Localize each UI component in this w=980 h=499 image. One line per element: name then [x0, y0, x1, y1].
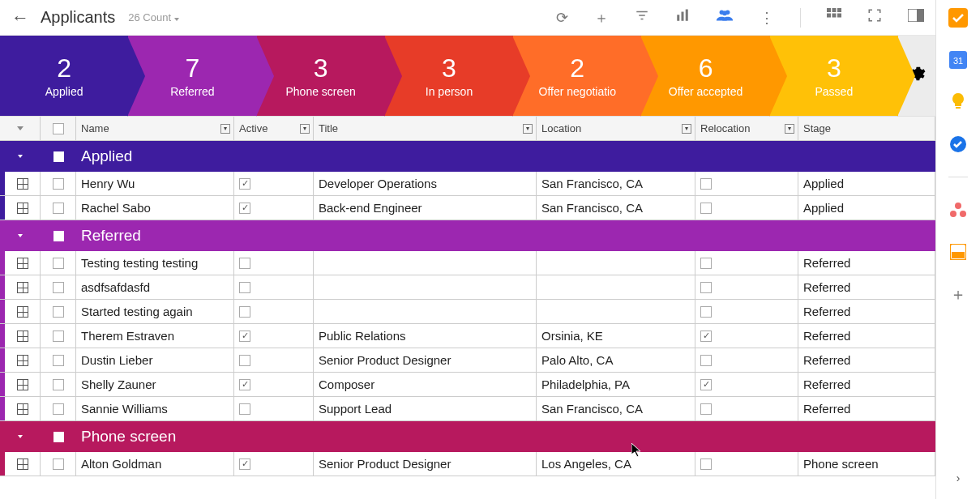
table-row[interactable]: Testing testing testing Referred [0, 251, 935, 275]
row-checkbox[interactable] [53, 355, 64, 366]
cell-active[interactable] [234, 397, 314, 420]
cell-name[interactable]: Shelly Zauner [76, 373, 234, 396]
cell-relocation[interactable] [695, 452, 798, 476]
back-arrow-icon[interactable]: ← [11, 7, 29, 28]
cell-title[interactable]: Senior Product Designer [314, 452, 537, 476]
group-header[interactable]: Applied [0, 141, 935, 172]
cell-location[interactable] [537, 251, 695, 275]
pipeline-stage[interactable]: 3Passed [770, 36, 898, 116]
cell-relocation[interactable]: ✓ [695, 373, 798, 396]
cell-name[interactable]: Testing testing testing [76, 251, 234, 275]
add-app-icon[interactable]: ＋ [948, 284, 968, 304]
row-expand-icon[interactable] [5, 348, 41, 372]
cell-title[interactable] [314, 275, 537, 299]
cell-name[interactable]: Alton Goldman [76, 452, 234, 476]
column-location[interactable]: Location▾ [537, 117, 695, 140]
cell-title[interactable]: Support Lead [314, 397, 537, 420]
cell-relocation[interactable] [695, 251, 798, 275]
cell-relocation[interactable] [695, 397, 798, 420]
fullscreen-icon[interactable] [867, 8, 882, 27]
row-expand-icon[interactable] [5, 373, 41, 396]
row-checkbox[interactable] [53, 458, 64, 470]
pipeline-stage[interactable]: 7Referred [128, 36, 256, 116]
grid-view-icon[interactable] [827, 8, 841, 27]
cell-title[interactable] [314, 251, 537, 275]
cell-active[interactable]: ✓ [234, 373, 314, 396]
pipeline-stage[interactable]: 3In person [385, 36, 513, 116]
column-dropdown-icon[interactable]: ▾ [682, 124, 691, 134]
row-checkbox[interactable] [53, 306, 64, 318]
row-expand-icon[interactable] [5, 397, 41, 420]
cell-active[interactable]: ✓ [234, 324, 314, 348]
table-row[interactable]: Started testing again Referred [0, 300, 935, 324]
group-checkbox[interactable] [53, 231, 64, 241]
app-icon-red[interactable] [948, 200, 968, 220]
table-row[interactable]: Alton Goldman ✓ Senior Product Designer … [0, 452, 935, 476]
row-expand-icon[interactable] [5, 251, 41, 275]
cell-relocation[interactable] [695, 300, 798, 323]
row-expand-icon[interactable] [5, 324, 41, 348]
cell-relocation[interactable]: ✓ [695, 324, 798, 348]
cell-title[interactable]: Senior Product Designer [314, 348, 537, 372]
checkmark-app-icon[interactable] [948, 8, 968, 28]
table-row[interactable]: asdfsafdasfd Referred [0, 275, 935, 300]
cell-active[interactable] [234, 300, 314, 323]
cell-location[interactable]: San Francisco, CA [537, 397, 695, 420]
cell-location[interactable] [537, 275, 695, 299]
cell-title[interactable]: Developer Operations [314, 172, 537, 195]
tasks-app-icon[interactable] [948, 134, 968, 154]
cell-active[interactable]: ✓ [234, 452, 314, 476]
cell-location[interactable]: Palo Alto, CA [537, 348, 695, 372]
cell-active[interactable] [234, 251, 314, 275]
expand-column[interactable] [0, 117, 41, 140]
app-icon-orange[interactable] [948, 242, 968, 262]
row-checkbox[interactable] [53, 178, 64, 190]
cell-title[interactable]: Composer [314, 373, 537, 396]
collapse-sidebar-icon[interactable]: › [948, 468, 968, 488]
row-checkbox[interactable] [53, 203, 64, 214]
cell-location[interactable]: San Francisco, CA [537, 196, 695, 220]
table-row[interactable]: Rachel Sabo ✓ Back-end Engineer San Fran… [0, 196, 935, 220]
column-stage[interactable]: Stage [798, 117, 935, 140]
cell-name[interactable]: Rachel Sabo [76, 196, 234, 220]
pipeline-stage[interactable]: 3Phone screen [257, 36, 385, 116]
more-icon[interactable]: ⋮ [760, 9, 774, 27]
row-checkbox[interactable] [53, 331, 64, 342]
keep-app-icon[interactable] [948, 92, 968, 112]
cell-title[interactable]: Back-end Engineer [314, 196, 537, 220]
table-row[interactable]: Henry Wu ✓ Developer Operations San Fran… [0, 172, 935, 196]
table-row[interactable]: Shelly Zauner ✓ Composer Philadelphia, P… [0, 373, 935, 397]
row-checkbox[interactable] [53, 403, 64, 415]
count-dropdown[interactable]: 26 Count [128, 11, 178, 23]
cell-active[interactable] [234, 275, 314, 299]
cell-title[interactable] [314, 300, 537, 323]
cell-name[interactable]: asdfsafdasfd [76, 275, 234, 299]
cell-location[interactable]: Philadelphia, PA [537, 373, 695, 396]
group-header[interactable]: Referred [0, 220, 935, 251]
cell-active[interactable]: ✓ [234, 172, 314, 195]
cell-active[interactable] [234, 348, 314, 372]
group-checkbox[interactable] [53, 432, 64, 442]
cell-location[interactable] [537, 300, 695, 323]
cell-location[interactable]: Orsinia, KE [537, 324, 695, 348]
row-checkbox[interactable] [53, 379, 64, 390]
column-dropdown-icon[interactable]: ▾ [220, 124, 230, 134]
chart-icon[interactable] [675, 8, 690, 27]
cell-active[interactable]: ✓ [234, 196, 314, 220]
table-row[interactable]: Therem Estraven ✓ Public Relations Orsin… [0, 324, 935, 348]
cell-relocation[interactable] [695, 196, 798, 220]
column-title[interactable]: Title▾ [314, 117, 537, 140]
cell-location[interactable]: Los Angeles, CA [537, 452, 695, 476]
group-checkbox[interactable] [53, 151, 64, 162]
row-expand-icon[interactable] [5, 196, 41, 220]
calendar-app-icon[interactable]: 31 [948, 50, 968, 70]
column-name[interactable]: Name▾ [76, 117, 234, 140]
cell-relocation[interactable] [695, 348, 798, 372]
column-relocation[interactable]: Relocation▾ [695, 117, 798, 140]
cell-name[interactable]: Henry Wu [76, 172, 234, 195]
pipeline-stage[interactable]: 2Offer negotiatio [513, 36, 641, 116]
group-header[interactable]: Phone screen [0, 421, 935, 452]
row-checkbox[interactable] [53, 258, 64, 269]
cell-name[interactable]: Dustin Lieber [76, 348, 234, 372]
table-row[interactable]: Dustin Lieber Senior Product Designer Pa… [0, 348, 935, 373]
